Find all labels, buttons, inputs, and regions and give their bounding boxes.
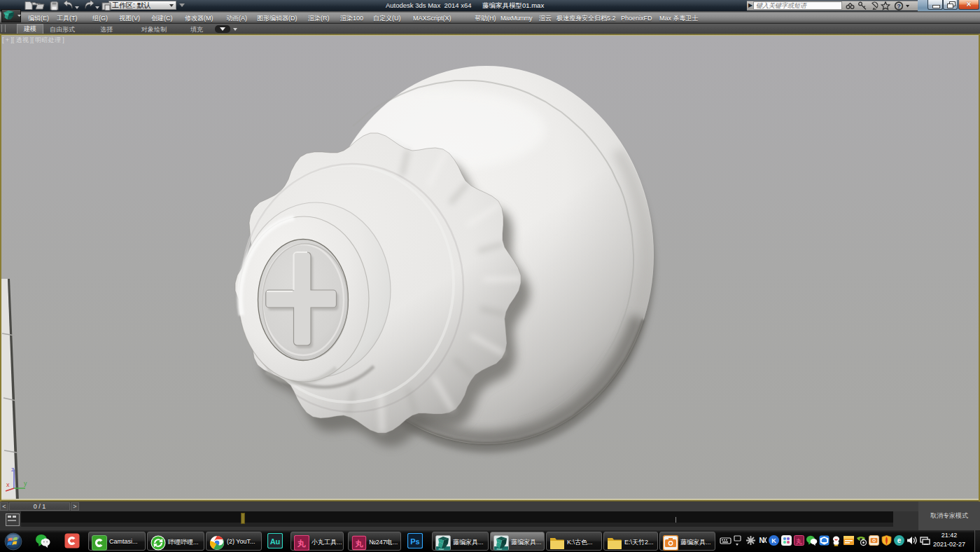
svg-text:丸: 丸 [355,539,364,548]
svg-text:N: N [759,537,764,544]
svg-text:丸: 丸 [796,538,802,545]
svg-text:Ps: Ps [410,537,419,546]
svg-text:e: e [897,537,902,544]
svg-text:K: K [771,537,776,544]
svg-text:丸: 丸 [297,539,306,548]
svg-text:max: max [439,547,444,551]
svg-text:Au: Au [270,537,281,546]
svg-text:y: y [24,480,27,487]
svg-text:max: max [497,547,503,551]
svg-text:z: z [11,466,15,473]
svg-text:?: ? [897,3,901,10]
svg-text:x: x [6,481,10,488]
